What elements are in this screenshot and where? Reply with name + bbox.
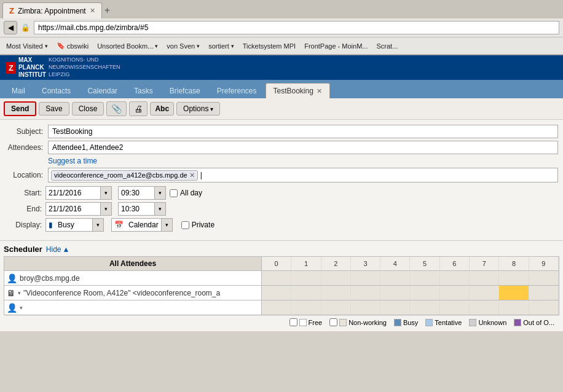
close-button[interactable]: Close <box>72 102 104 116</box>
legend-free[interactable]: Free <box>289 318 323 326</box>
tab-tasks[interactable]: Tasks <box>126 83 161 98</box>
spellcheck-button[interactable]: Abc <box>150 102 174 116</box>
location-label: Location: <box>5 171 48 179</box>
private-text: Private <box>192 221 215 229</box>
attendee-dropdown-1[interactable]: ▾ <box>18 290 21 296</box>
time-col-8: 8 <box>499 257 529 270</box>
zimbra-favicon: Z <box>9 6 14 15</box>
bookmark-frontpage[interactable]: FrontPage - MoinM... <box>301 41 371 51</box>
print-button[interactable]: 🖨 <box>129 101 148 116</box>
tab-calendar[interactable]: Calendar <box>79 83 125 98</box>
legend-nonworking-checkbox[interactable] <box>329 318 337 326</box>
bookmark-scratch[interactable]: Scrat... <box>372 41 401 51</box>
nav-tabs: Mail Contacts Calendar Tasks Briefcase P… <box>0 80 563 98</box>
location-input-wrap[interactable]: videoconference_room_a412e@cbs.mpg.de ✕ … <box>48 168 558 182</box>
start-date-input[interactable] <box>45 186 101 200</box>
end-time-input[interactable] <box>118 202 155 216</box>
send-button[interactable]: Send <box>4 101 36 116</box>
bookmark-most-visited[interactable]: Most Visited ▾ <box>2 41 52 51</box>
time-col-0: 0 <box>262 257 291 270</box>
options-button[interactable]: Options ▾ <box>176 102 220 116</box>
legend-busy-box <box>394 319 401 326</box>
start-time-input[interactable] <box>118 186 155 200</box>
end-date-input[interactable] <box>45 202 101 216</box>
tab-mail[interactable]: Mail <box>4 83 33 98</box>
calendar-dropdown-arrow[interactable]: ▾ <box>161 219 172 231</box>
address-bar[interactable] <box>34 21 559 34</box>
tab-close-icon[interactable]: ✕ <box>317 87 322 95</box>
bookmark-sortiert[interactable]: sortiert ▾ <box>205 41 238 51</box>
attendees-input[interactable] <box>48 141 558 154</box>
cell-2-2 <box>321 300 351 315</box>
calendar-select[interactable]: 📅 Calendar ▾ <box>111 218 173 232</box>
back-button[interactable]: ◀ <box>4 21 17 34</box>
end-date-arrow[interactable]: ▾ <box>101 202 112 216</box>
private-label[interactable]: Private <box>181 221 215 229</box>
start-time-select: ▾ <box>118 186 166 200</box>
legend-nonworking-label: Non-working <box>348 319 387 326</box>
tab-contacts[interactable]: Contacts <box>34 83 79 98</box>
allday-checkbox[interactable] <box>170 189 178 197</box>
time-col-7: 7 <box>470 257 499 270</box>
status-dropdown-arrow[interactable]: ▾ <box>92 219 103 231</box>
attendee-icon-1: 🖥 <box>7 288 15 298</box>
bookmark-label: Ticketsystem MPI <box>243 42 296 50</box>
bookmark-von-sven[interactable]: von Sven ▾ <box>163 41 203 51</box>
cell-0-7 <box>470 271 499 285</box>
allday-text: All day <box>180 189 202 197</box>
allday-label[interactable]: All day <box>170 189 202 197</box>
legend-unknown-box <box>469 319 476 326</box>
location-tag-close[interactable]: ✕ <box>189 171 195 179</box>
bookmark-label: Most Visited <box>6 42 43 50</box>
browser-tab-close[interactable]: ✕ <box>90 7 95 15</box>
time-col-5: 5 <box>410 257 439 270</box>
bookmark-cbswiki[interactable]: 🔖 cbswiki <box>53 41 92 51</box>
browser-tab[interactable]: Z Zimbra: Appointment ✕ <box>2 2 102 18</box>
bookmark-label: Unsorted Bookm... <box>97 42 153 50</box>
legend-free-label: Free <box>309 319 323 326</box>
start-time-arrow[interactable]: ▾ <box>155 186 166 200</box>
cell-2-5 <box>410 300 439 315</box>
scheduler-names: All Attendees 👤 broy@cbs.mpg.de 🖥 ▾ "Vid… <box>4 256 262 315</box>
legend-outofoffice-label: Out of O... <box>523 319 554 326</box>
cell-0-0 <box>262 271 291 285</box>
end-time-arrow[interactable]: ▾ <box>155 202 166 216</box>
cell-0-3 <box>351 271 380 285</box>
attendee-dropdown-2[interactable]: ▾ <box>20 305 23 311</box>
bookmark-arrow: ▾ <box>231 43 234 49</box>
tab-testbooking-label: TestBooking <box>274 87 313 95</box>
bookmark-unsorted[interactable]: Unsorted Bookm... ▾ <box>93 41 162 51</box>
cell-0-5 <box>410 271 439 285</box>
scheduler-toggle[interactable]: Hide ▲ <box>46 245 70 254</box>
cell-0-6 <box>440 271 470 285</box>
new-tab-button[interactable]: + <box>102 2 112 18</box>
scheduler-grid: All Attendees 👤 broy@cbs.mpg.de 🖥 ▾ "Vid… <box>4 256 559 315</box>
legend-nonworking[interactable]: Non-working <box>329 318 387 326</box>
bookmark-ticketsystem[interactable]: Ticketsystem MPI <box>239 41 299 51</box>
subject-input[interactable] <box>48 125 558 138</box>
start-label: Start: <box>5 189 42 197</box>
time-col-6: 6 <box>440 257 470 270</box>
app-header: Z MAX PLANCK INSTITUT KOGNITIONS- UND NE… <box>0 55 563 80</box>
attach-button[interactable]: 📎 <box>106 101 127 116</box>
private-checkbox[interactable] <box>181 221 189 229</box>
legend-free-checkbox[interactable] <box>289 318 297 326</box>
attendee-row-1: 🖥 ▾ "Videoconference Room, A412e" <video… <box>4 286 262 300</box>
attendees-row: Attendees: <box>0 141 563 154</box>
tab-preferences[interactable]: Preferences <box>209 83 265 98</box>
start-date-arrow[interactable]: ▾ <box>101 186 112 200</box>
status-select[interactable]: ▮ Busy ▾ <box>45 218 104 232</box>
legend-tentative-box <box>425 319 433 326</box>
legend-row: Free Non-working Busy Tentative Unknown <box>4 315 559 329</box>
bookmark-arrow: ▾ <box>155 43 158 49</box>
cell-0-2 <box>321 271 351 285</box>
suggest-time-link[interactable]: Suggest a time <box>43 157 563 165</box>
tab-briefcase[interactable]: Briefcase <box>162 83 208 98</box>
tab-testbooking[interactable]: TestBooking ✕ <box>266 83 330 98</box>
start-row: Start: ▾ ▾ All day <box>0 186 563 200</box>
bookmark-arrow: ▾ <box>45 43 48 49</box>
cell-1-6 <box>440 286 470 300</box>
calendar-text: Calendar <box>126 219 161 230</box>
save-button[interactable]: Save <box>39 102 69 116</box>
tab-bar: Z Zimbra: Appointment ✕ + <box>0 0 563 18</box>
